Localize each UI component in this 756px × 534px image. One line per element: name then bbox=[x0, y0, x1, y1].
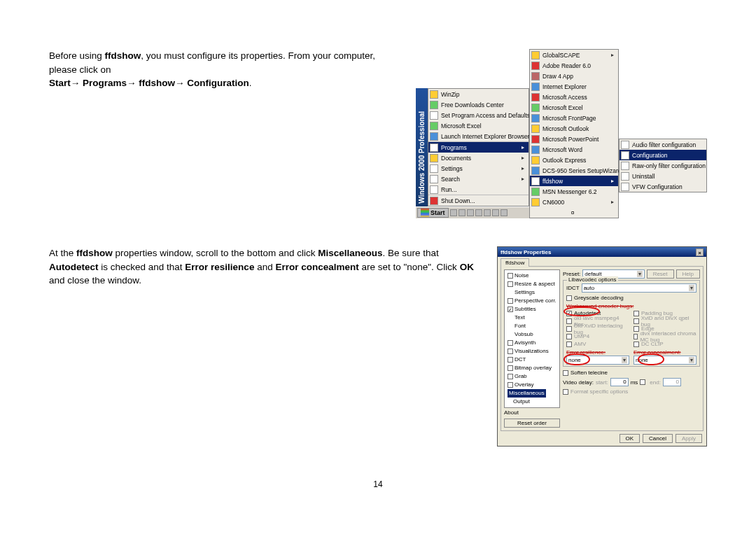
video-delay-label: Video delay: bbox=[563, 379, 594, 386]
menu-item[interactable]: Microsoft Excel bbox=[428, 120, 528, 131]
checkbox-icon[interactable] bbox=[507, 307, 513, 312]
tray-icon[interactable] bbox=[475, 209, 482, 216]
menu-item[interactable]: Run... bbox=[428, 184, 528, 195]
menu-item[interactable]: Microsoft Outlook bbox=[530, 123, 618, 134]
app-icon bbox=[531, 135, 540, 143]
check[interactable]: Old XviD interlacing bug bbox=[566, 325, 629, 332]
check[interactable]: AMV bbox=[566, 340, 629, 348]
ie-icon bbox=[430, 132, 438, 141]
ms-label: ms bbox=[631, 379, 638, 386]
app-icon bbox=[531, 167, 540, 175]
tab-ffdshow[interactable]: ffdshow bbox=[500, 258, 529, 267]
err-res-combo[interactable]: none bbox=[566, 356, 629, 365]
greyscale-check[interactable]: Greyscale decoding bbox=[566, 294, 696, 302]
app-icon bbox=[430, 122, 438, 130]
checkbox-icon[interactable] bbox=[507, 349, 513, 354]
checkbox-icon[interactable] bbox=[507, 273, 513, 279]
text-bold: ffdshow bbox=[105, 50, 141, 61]
menu-item[interactable]: Search bbox=[428, 174, 528, 184]
tray-icon[interactable] bbox=[484, 209, 491, 216]
menu-item[interactable]: Draw 4 App bbox=[530, 71, 618, 81]
folder-icon bbox=[531, 198, 540, 206]
checkbox-icon[interactable] bbox=[507, 365, 513, 371]
format-options-check[interactable]: Format specific options bbox=[563, 388, 700, 395]
start-label: start: bbox=[596, 379, 608, 386]
section-1: Before using ffdshow, you must configure… bbox=[49, 49, 707, 218]
menu-item-programs[interactable]: Programs bbox=[428, 142, 528, 153]
ok-button[interactable]: OK bbox=[620, 434, 640, 443]
checkbox-icon[interactable] bbox=[507, 340, 513, 346]
arrow-icon: → bbox=[127, 78, 136, 88]
menu-item[interactable]: Adobe Reader 6.0 bbox=[530, 60, 618, 71]
arrow-icon: → bbox=[175, 78, 185, 88]
menu-item[interactable]: DCS-950 Series SetupWizard bbox=[530, 165, 618, 176]
menu-item[interactable]: MSN Messenger 6.2 bbox=[530, 186, 618, 197]
text: and close the window. bbox=[49, 275, 141, 286]
reset-order-button[interactable]: Reset order bbox=[504, 419, 560, 428]
menu-item[interactable]: Set Program Access and Defaults bbox=[428, 110, 528, 120]
idct-combo[interactable]: auto bbox=[582, 283, 696, 293]
app-icon bbox=[531, 72, 540, 80]
paragraph-2: At the ffdshow properties window, scroll… bbox=[49, 246, 483, 447]
end-label: end: bbox=[650, 379, 661, 386]
menu-item[interactable]: Microsoft Excel bbox=[530, 102, 618, 113]
path-config: Configuration bbox=[185, 78, 249, 88]
menu-item[interactable]: Free Downloads Center bbox=[428, 99, 528, 110]
soft-telecine-check[interactable]: Soften telecine bbox=[563, 369, 700, 377]
paragraph-1: Before using ffdshow, you must configure… bbox=[49, 49, 402, 218]
tray-icon[interactable] bbox=[467, 209, 474, 216]
checkbox-icon[interactable] bbox=[507, 281, 513, 287]
reset-button[interactable]: Reset bbox=[647, 269, 674, 279]
libavcodec-group: Libavcodec options IDCTauto Greyscale de… bbox=[563, 280, 700, 367]
menu-item[interactable]: Microsoft Access bbox=[530, 92, 618, 102]
menu-item[interactable]: Microsoft PowerPoint bbox=[530, 134, 618, 144]
app-icon bbox=[621, 141, 629, 149]
settings-tree[interactable]: Noise Resize & aspect Settings Perspecti… bbox=[504, 269, 560, 408]
menu-item[interactable]: Audio filter configuration bbox=[620, 139, 706, 150]
checkbox-icon[interactable] bbox=[507, 374, 513, 379]
menu-item[interactable]: Launch Internet Explorer Browser bbox=[428, 131, 528, 141]
arrow-icon: → bbox=[71, 78, 80, 88]
tree-about[interactable]: About bbox=[504, 409, 560, 416]
start-button[interactable]: Start bbox=[417, 208, 449, 218]
menu-item[interactable]: Internet Explorer bbox=[530, 81, 618, 92]
end-spin[interactable]: 0 bbox=[663, 378, 681, 386]
err-con-combo[interactable]: none bbox=[634, 356, 696, 365]
menu-item-configuration[interactable]: Configuration bbox=[620, 150, 706, 160]
menu-item[interactable]: CN6000 bbox=[530, 197, 618, 207]
cancel-button[interactable]: Cancel bbox=[643, 434, 673, 443]
tray-icon[interactable] bbox=[450, 209, 457, 216]
menu-item[interactable]: WinZip bbox=[428, 89, 528, 99]
help-button[interactable]: Help bbox=[676, 269, 700, 279]
menu-item[interactable]: Microsoft FrontPage bbox=[530, 113, 618, 123]
search-icon bbox=[430, 175, 438, 183]
menu-item[interactable]: Uninstall bbox=[620, 171, 706, 181]
apply-button[interactable]: Apply bbox=[676, 434, 702, 443]
tree-item-miscellaneous[interactable]: Miscellaneous bbox=[507, 389, 546, 398]
app-icon bbox=[531, 93, 540, 101]
menu-item[interactable]: Microsoft Word bbox=[530, 144, 618, 155]
checkbox-icon[interactable] bbox=[507, 382, 513, 388]
uninstall-icon bbox=[621, 172, 629, 181]
workaround-label: Workaround encoder bugs: bbox=[566, 303, 696, 309]
end-check[interactable] bbox=[640, 379, 645, 385]
menu-item[interactable]: GlobalSCAPE bbox=[530, 50, 618, 60]
tray-icon[interactable] bbox=[492, 209, 499, 216]
tray-icon[interactable] bbox=[500, 209, 507, 216]
menu-item[interactable]: Documents bbox=[428, 153, 528, 163]
checkbox-icon[interactable] bbox=[507, 298, 513, 304]
menu-item[interactable]: Raw-only filter configuration bbox=[620, 160, 706, 171]
menu-item[interactable]: Settings bbox=[428, 163, 528, 174]
menu-item[interactable]: Shut Down... bbox=[428, 195, 528, 206]
menu-item[interactable]: VFW Configuration bbox=[620, 181, 706, 192]
menu-item[interactable]: Outlook Express bbox=[530, 155, 618, 165]
menu-item-ffdshow[interactable]: ffdshow bbox=[530, 176, 618, 186]
close-icon[interactable]: × bbox=[696, 248, 704, 256]
tray-icon[interactable] bbox=[458, 209, 465, 216]
checkbox-icon[interactable] bbox=[507, 357, 513, 363]
text-bold: OK bbox=[460, 262, 474, 272]
check[interactable]: XviD and DivX qpel bug bbox=[634, 317, 696, 325]
menu-expand[interactable]: ¤ bbox=[530, 207, 618, 218]
check[interactable]: divx interlaced chroma MC bug bbox=[634, 332, 696, 340]
start-spin[interactable]: 0 bbox=[610, 378, 629, 386]
